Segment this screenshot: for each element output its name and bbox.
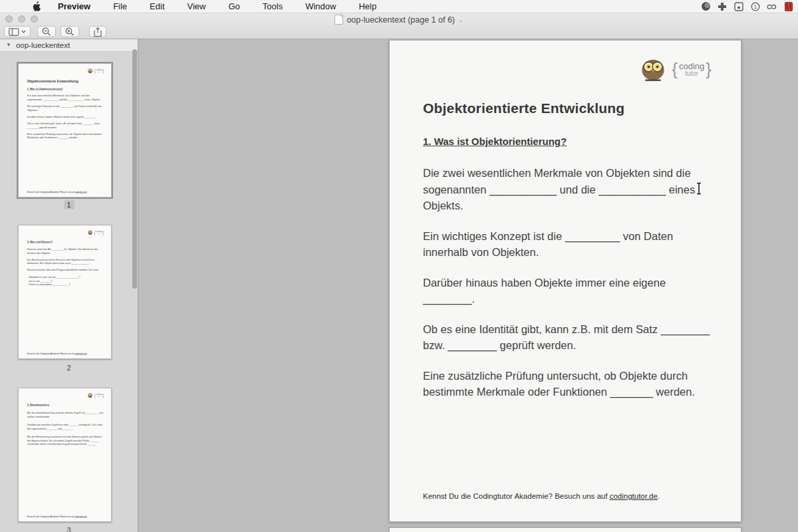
menu-items: Preview File Edit View Go Tools Window H… — [58, 1, 388, 11]
menu-item-edit[interactable]: Edit — [138, 1, 176, 11]
thumb1-heading: 1. Was ist Objektorientierung? — [27, 87, 105, 90]
logo-brand-bottom: tutor — [98, 71, 101, 73]
thumb1-content: Objektorientierte Entwicklung 1. Was ist… — [27, 79, 105, 142]
thumb1-paragraph: Eine zusätzliche Prüfung untersucht, ob … — [27, 132, 105, 140]
page-number-3: 3 — [0, 526, 138, 532]
thumbnail-page-3-preview: {codingtutor} 3. Datenkapselung Bei der … — [19, 388, 112, 522]
owl-logo-icon — [87, 393, 93, 398]
status-icons: 1 — [700, 1, 798, 12]
thumb1-footer: Kennst Du die Codingtutor Akademie? Besu… — [27, 192, 88, 194]
svg-text:1: 1 — [754, 4, 757, 10]
window-chrome: oop-lueckentext (page 1 of 6) ⌄ — [0, 13, 798, 39]
thumb2-content: 2. Was sind Klassen? Klassen sind eine A… — [27, 241, 105, 290]
plus-status-icon[interactable] — [717, 1, 728, 12]
title-chevron-icon[interactable]: ⌄ — [458, 17, 464, 23]
thumb2-paragraph: Die Beziehung zwischen Klassen und Objek… — [27, 258, 105, 265]
owl-logo-icon — [638, 57, 668, 82]
menu-item-tools[interactable]: Tools — [251, 1, 294, 11]
apple-menu-icon[interactable] — [32, 1, 41, 11]
thumb3-paragraph: Stattdessen wird der Zugriff nur über __… — [27, 423, 105, 430]
menu-item-file[interactable]: File — [102, 1, 138, 11]
owl-logo-icon — [87, 230, 93, 235]
disclosure-triangle-icon[interactable]: ▼ — [6, 42, 11, 48]
logo-brand-bottom: tutor — [685, 70, 698, 77]
sidebar-group-header[interactable]: ▼ oop-lueckentext — [0, 39, 138, 52]
photos-status-icon[interactable] — [733, 1, 744, 12]
document-proxy-icon[interactable] — [334, 15, 343, 25]
thumb1-paragraph: Ein wichtiges Konzept ist die _________ … — [27, 104, 105, 112]
share-icon — [94, 27, 102, 37]
sidebar-group-label: oop-lueckentext — [16, 41, 70, 49]
page-number-2: 2 — [0, 364, 138, 372]
paragraph-identitaet: Ob es eine Identität gibt, kann z.B. mit… — [423, 321, 710, 354]
thumb1-title: Objektorientierte Entwicklung — [27, 79, 105, 83]
thumb3-paragraph: Bei der Benennung orientieren sich die N… — [27, 435, 105, 446]
thumbnail-page-2-preview: {codingtutor} 2. Was sind Klassen? Klass… — [19, 225, 112, 359]
thumb1-paragraph: Die zwei wesentlichen Merkmale von Objek… — [27, 94, 105, 101]
paragraph-pruefung: Eine zusätzliche Prüfung untersucht, ob … — [423, 368, 710, 400]
screen: { "menu_bar": { "items": ["Preview", "Fi… — [0, 0, 798, 532]
paragraph-konzept: Ein wichtiges Konzept ist die _________ … — [423, 228, 710, 261]
zoom-out-icon — [42, 27, 51, 36]
thumb1-paragraph: Ob es eine Identität gibt, kann z.B. mit… — [27, 122, 105, 129]
thumbnail-page-3[interactable]: {codingtutor} 3. Datenkapselung Bei der … — [18, 388, 112, 522]
codingtutor-logo: { coding tutor } — [638, 57, 712, 82]
menu-item-preview[interactable]: Preview — [58, 1, 102, 11]
document-title: Objektorientierte Entwicklung — [423, 100, 710, 116]
logo-brace-right: } — [102, 68, 104, 73]
menu-item-window[interactable]: Window — [294, 1, 347, 11]
thumb3-heading: 3. Datenkapselung — [27, 404, 105, 406]
thumb3-footer: Kennst Du die Codingtutor Akademie? Besu… — [27, 516, 88, 518]
zoom-out-button[interactable] — [37, 26, 56, 37]
codingtutor-logo: {codingtutor} — [87, 393, 104, 398]
thumb2-paragraph: Klassen sind eine Art ________ für Objek… — [27, 247, 105, 255]
toolbar — [4, 26, 106, 37]
footer-text: Kennst Du die Codingtutor Akademie? Besu… — [423, 492, 610, 500]
menu-item-view[interactable]: View — [176, 1, 217, 11]
share-button[interactable] — [89, 26, 106, 37]
thumbnail-sidebar: ▼ oop-lueckentext { coding tutor } Objek… — [0, 39, 138, 532]
thumb2-footer: Kennst Du die Codingtutor Akademie? Besu… — [27, 353, 88, 355]
footer-suffix: . — [658, 492, 660, 500]
menu-item-go[interactable]: Go — [217, 1, 251, 11]
window-title: oop-lueckentext (page 1 of 6) — [346, 15, 455, 25]
logo-brace-left: { — [672, 61, 678, 78]
window-title-area: oop-lueckentext (page 1 of 6) ⌄ — [0, 15, 798, 25]
sidebar-view-button[interactable] — [4, 26, 31, 37]
page-number-1: 1 — [0, 200, 138, 209]
menu-bar: Preview File Edit View Go Tools Window H… — [0, 0, 798, 13]
thumbnail-page-1[interactable]: { coding tutor } Objektorientierte Entwi… — [18, 63, 112, 198]
thumbnail-page-1-preview: { coding tutor } Objektorientierte Entwi… — [19, 64, 112, 198]
thumb1-paragraph: Darüber hinaus haben Objekte immer eine … — [27, 115, 105, 119]
zoom-in-icon — [65, 27, 74, 36]
creative-cloud-status-icon[interactable] — [767, 1, 777, 12]
owl-logo-icon — [87, 68, 93, 74]
menu-item-help[interactable]: Help — [347, 1, 388, 11]
recorder-status-icon[interactable] — [783, 1, 794, 12]
sidebar-scrollbar[interactable] — [132, 49, 137, 289]
sidebar-view-icon — [9, 28, 19, 36]
codingtutor-link[interactable]: codingtutor.de — [610, 492, 658, 500]
one-circle-status-icon[interactable]: 1 — [750, 1, 761, 12]
codingtutor-logo: { coding tutor } — [87, 68, 104, 74]
document-footer: Kennst Du die Codingtutor Akademie? Besu… — [423, 492, 660, 500]
ibeam-cursor-icon — [694, 182, 704, 195]
codingtutor-logo: {codingtutor} — [87, 230, 104, 235]
moon-status-icon[interactable] — [700, 1, 711, 12]
thumb2-heading: 2. Was sind Klassen? — [27, 241, 105, 243]
zoom-in-button[interactable] — [61, 26, 79, 37]
thumbnail-page-2[interactable]: {codingtutor} 2. Was sind Klassen? Klass… — [18, 225, 112, 359]
thumb2-bullet-list: Handelt es sich um ein _______________? … — [27, 275, 104, 287]
thumb3-content: 3. Datenkapselung Bei der Datenkapselung… — [27, 404, 105, 451]
document-page-2-sliver[interactable] — [389, 527, 741, 532]
document-page-1[interactable]: { coding tutor } Objektorientierte Entwi… — [389, 40, 741, 522]
chevron-down-icon — [21, 30, 26, 33]
document-content: Objektorientierte Entwicklung 1. Was ist… — [423, 100, 710, 414]
paragraph-merkmale: Die zwei wesentlichen Merkmale von Objek… — [423, 165, 710, 214]
section-heading: 1. Was ist Objektorientierung? — [423, 136, 710, 147]
thumb2-paragraph: Klassen können über drei Fragen identifi… — [27, 268, 105, 272]
paragraph-eigene: Darüber hinaus haben Objekte immer eine … — [423, 275, 710, 307]
thumb3-paragraph: Bei der Datenkapselung wird der direkte … — [27, 411, 105, 418]
logo-brace-right: } — [706, 61, 712, 78]
